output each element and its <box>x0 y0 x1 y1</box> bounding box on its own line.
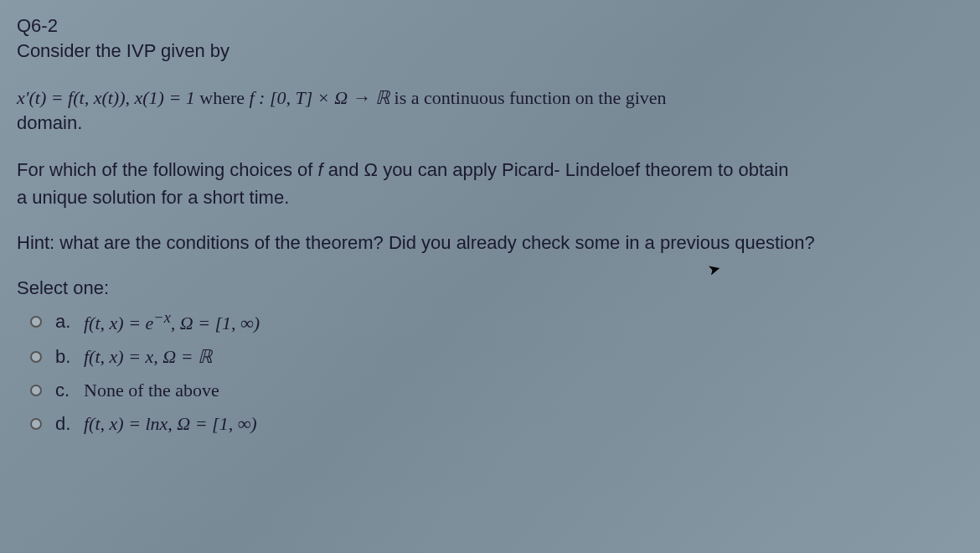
option-c-content: None of the above <box>84 380 219 401</box>
select-one-label: Select one: <box>17 277 963 299</box>
option-d[interactable]: d. f(t, x) = lnx, Ω = [1, ∞) <box>17 413 963 435</box>
radio-icon[interactable] <box>30 418 42 430</box>
option-b-letter: b. <box>55 346 72 368</box>
option-a-content: f(t, x) = e−x, Ω = [1, ∞) <box>84 309 260 334</box>
equation-expr: x'(t) = f(t, x(t)), x(1) = 1 <box>17 87 195 108</box>
equation-line-1: x'(t) = f(t, x(t)), x(1) = 1 where f : [… <box>17 87 963 109</box>
question-number: Q6-2 <box>17 15 963 37</box>
option-a-letter: a. <box>55 311 72 333</box>
option-b[interactable]: b. f(t, x) = x, Ω = ℝ <box>17 346 963 368</box>
radio-icon[interactable] <box>30 385 42 396</box>
question-line-2: a unique solution for a short time. <box>17 187 963 209</box>
option-d-content: f(t, x) = lnx, Ω = [1, ∞) <box>84 413 257 435</box>
hint-text: Hint: what are the conditions of the the… <box>17 232 963 254</box>
option-c[interactable]: c. None of the above <box>17 380 963 401</box>
equation-func: f : [0, T] × Ω → ℝ <box>250 87 390 108</box>
option-d-letter: d. <box>55 413 72 435</box>
equation-suffix: is a continuous function on the given <box>389 87 667 108</box>
option-c-letter: c. <box>55 380 72 401</box>
option-a[interactable]: a. f(t, x) = e−x, Ω = [1, ∞) <box>17 309 963 334</box>
radio-icon[interactable] <box>30 316 42 328</box>
equation-where: where <box>195 87 250 108</box>
option-b-content: f(t, x) = x, Ω = ℝ <box>84 346 212 368</box>
question-intro: Consider the IVP given by <box>17 40 963 62</box>
cursor-icon: ➤ <box>705 258 722 279</box>
radio-icon[interactable] <box>30 351 42 363</box>
question-line-1: For which of the following choices of f … <box>17 158 963 183</box>
equation-line-2: domain. <box>17 112 963 134</box>
